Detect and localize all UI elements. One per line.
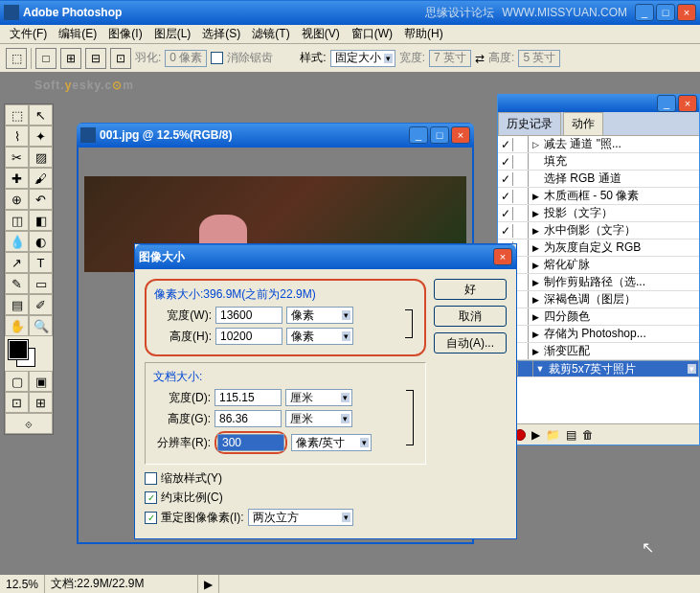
- doc-height-input[interactable]: 86.36: [215, 410, 282, 427]
- menu-file[interactable]: 文件(F): [4, 24, 53, 44]
- mask-mode[interactable]: ▢: [5, 371, 29, 392]
- pal-minimize[interactable]: _: [657, 95, 676, 112]
- px-height-label: 高度(H):: [154, 329, 212, 345]
- action-item[interactable]: ✓▶制作剪贴路径（选...: [498, 274, 699, 291]
- constrain-checkbox[interactable]: ✓: [145, 491, 157, 504]
- heal-tool[interactable]: ✚: [5, 168, 29, 189]
- doc-info[interactable]: 文档:22.9M/22.9M: [45, 575, 198, 593]
- tab-history[interactable]: 历史记录: [498, 112, 561, 135]
- selmode-sub-icon[interactable]: ⊟: [85, 48, 106, 69]
- type-tool[interactable]: T: [29, 252, 53, 273]
- dodge-tool[interactable]: ◐: [29, 231, 53, 252]
- status-menu-icon[interactable]: ▶: [198, 575, 219, 593]
- menu-view[interactable]: 视图(V): [296, 24, 346, 44]
- action-item[interactable]: ✓▶存储为 Photoshop...: [498, 326, 699, 343]
- pen-tool[interactable]: ✎: [5, 273, 29, 294]
- resample-checkbox[interactable]: ✓: [145, 512, 157, 524]
- action-item[interactable]: ✓▶投影（文字）: [498, 205, 699, 222]
- action-item[interactable]: ✓▷减去 通道 "照...: [498, 136, 699, 153]
- selmode-int-icon[interactable]: ⊡: [110, 48, 131, 69]
- px-width-input[interactable]: 13600: [215, 307, 282, 324]
- resolution-unit[interactable]: 像素/英寸: [291, 434, 372, 451]
- actions-list[interactable]: ✓▷减去 通道 "照...✓填充✓选择 RGB 通道✓▶木质画框 - 50 像素…: [498, 136, 699, 423]
- eraser-tool[interactable]: ◫: [5, 210, 29, 231]
- zoom-tool[interactable]: 🔍: [29, 315, 53, 336]
- action-item[interactable]: ✓▶木质画框 - 50 像素: [498, 188, 699, 205]
- action-item[interactable]: ✓▶水中倒影（文字）: [498, 222, 699, 239]
- resample-select[interactable]: 两次立方: [248, 509, 353, 526]
- pal-close[interactable]: ×: [678, 95, 697, 112]
- quick-mask[interactable]: ▣: [29, 371, 53, 392]
- menu-image[interactable]: 图像(I): [102, 24, 147, 44]
- gradient-tool[interactable]: ◧: [29, 210, 53, 231]
- px-height-unit[interactable]: 像素: [286, 328, 353, 345]
- cancel-button[interactable]: 取消: [434, 306, 507, 327]
- dialog-close[interactable]: ×: [493, 248, 512, 265]
- doc-height-unit[interactable]: 厘米: [285, 410, 352, 427]
- move-tool[interactable]: ↖: [29, 104, 53, 125]
- px-width-unit[interactable]: 像素: [286, 307, 353, 324]
- doc-close[interactable]: ×: [451, 126, 470, 144]
- menu-window[interactable]: 窗口(W): [346, 24, 398, 44]
- stamp-tool[interactable]: ⊕: [5, 189, 29, 210]
- action-item[interactable]: ✓▶为灰度自定义 RGB: [498, 239, 699, 257]
- maximize-button[interactable]: □: [656, 4, 675, 21]
- action-item[interactable]: ✓▶熔化矿脉: [498, 257, 699, 274]
- feather-input[interactable]: 0 像素: [165, 50, 207, 67]
- resolution-input[interactable]: 300: [217, 434, 284, 451]
- marquee-tool-icon[interactable]: ⬚: [6, 48, 27, 69]
- action-item[interactable]: ✓▼裁剪5x7英寸照片: [498, 360, 699, 377]
- minimize-button[interactable]: _: [635, 4, 654, 21]
- jump-to[interactable]: ⟐: [5, 413, 53, 434]
- screen-full[interactable]: ⊞: [29, 392, 53, 413]
- crop-tool[interactable]: ✂: [5, 147, 29, 168]
- zoom-level[interactable]: 12.5%: [0, 575, 45, 593]
- screen-std[interactable]: ⊡: [5, 392, 29, 413]
- doc-width-unit[interactable]: 厘米: [285, 389, 352, 406]
- px-height-input[interactable]: 10200: [215, 328, 282, 345]
- action-item[interactable]: ✓选择 RGB 通道: [498, 171, 699, 188]
- scale-styles-checkbox[interactable]: [145, 472, 157, 485]
- wand-tool[interactable]: ✦: [29, 125, 53, 147]
- menu-layer[interactable]: 图层(L): [148, 24, 197, 44]
- close-button[interactable]: ×: [677, 4, 696, 21]
- antialias-checkbox[interactable]: [211, 52, 223, 64]
- doc-minimize[interactable]: _: [409, 126, 428, 144]
- ok-button[interactable]: 好: [434, 279, 507, 300]
- history-brush[interactable]: ↶: [29, 189, 53, 210]
- menu-help[interactable]: 帮助(H): [398, 24, 449, 44]
- lasso-tool[interactable]: ⌇: [5, 125, 29, 147]
- swap-icon[interactable]: ⇄: [475, 52, 485, 65]
- selmode-add-icon[interactable]: ⊞: [60, 48, 81, 69]
- color-swatch[interactable]: [5, 336, 53, 371]
- auto-button[interactable]: 自动(A)...: [434, 332, 507, 354]
- notes-tool[interactable]: ▤: [5, 294, 29, 315]
- menu-select[interactable]: 选择(S): [196, 24, 246, 44]
- selmode-new-icon[interactable]: □: [35, 48, 56, 69]
- brush-tool[interactable]: 🖌: [29, 168, 53, 189]
- dialog-title: 图像大小: [139, 249, 493, 265]
- doc-maximize[interactable]: □: [430, 126, 449, 144]
- slice-tool[interactable]: ▨: [29, 147, 53, 168]
- action-item[interactable]: ✓▶渐变匹配: [498, 343, 699, 360]
- marquee-tool[interactable]: ⬚: [5, 104, 29, 125]
- hand-tool[interactable]: ✋: [5, 315, 29, 336]
- play-icon[interactable]: ▶: [531, 428, 540, 442]
- trash-icon[interactable]: 🗑: [582, 428, 594, 442]
- eyedropper-tool[interactable]: ✐: [29, 294, 53, 315]
- new-folder-icon[interactable]: 📁: [546, 428, 560, 442]
- height-input[interactable]: 5 英寸: [518, 50, 560, 67]
- path-tool[interactable]: ↗: [5, 252, 29, 273]
- width-input[interactable]: 7 英寸: [429, 50, 471, 67]
- menu-filter[interactable]: 滤镜(T): [246, 24, 295, 44]
- new-action-icon[interactable]: ▤: [566, 428, 576, 442]
- doc-width-input[interactable]: 115.15: [215, 389, 282, 406]
- blur-tool[interactable]: 💧: [5, 231, 29, 252]
- action-item[interactable]: ✓▶深褐色调（图层）: [498, 291, 699, 308]
- tab-actions[interactable]: 动作: [563, 112, 603, 135]
- menu-edit[interactable]: 编辑(E): [53, 24, 102, 44]
- style-select[interactable]: 固定大小: [330, 50, 395, 67]
- action-item[interactable]: ✓▶四分颜色: [498, 308, 699, 326]
- action-item[interactable]: ✓填充: [498, 153, 699, 171]
- shape-tool[interactable]: ▭: [29, 273, 53, 294]
